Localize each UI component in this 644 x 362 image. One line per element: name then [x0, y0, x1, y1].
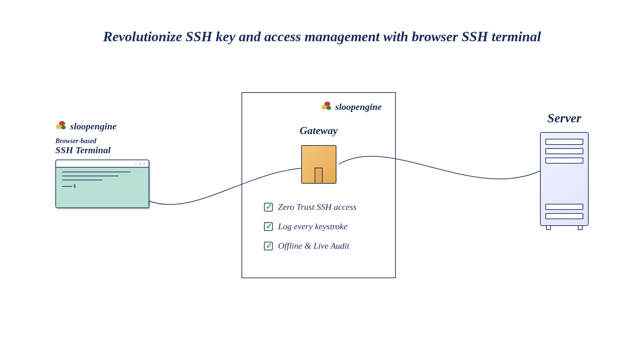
server-slot: [545, 204, 583, 210]
gateway-section: sloopengine Gateway ✓ Zero Trust SSH acc…: [241, 92, 396, 278]
brand-text-center: sloopengine: [335, 102, 382, 112]
terminal-output-line: [62, 172, 130, 172]
feature-text: Offline & Live Audit: [278, 241, 350, 251]
server-label: Server: [540, 111, 589, 125]
svg-point-4: [321, 105, 327, 110]
terminal-window: − □ × $: [55, 160, 149, 208]
feature-log-keystroke: ✓ Log every keystroke: [264, 222, 382, 232]
terminal-titlebar: − □ ×: [56, 160, 149, 168]
terminal-body: $: [56, 168, 149, 207]
server-icon: [540, 132, 589, 226]
browser-based-label: Browser-based: [55, 137, 149, 145]
server-slot: [545, 148, 583, 154]
svg-point-1: [56, 124, 61, 129]
checkbox-icon: ✓: [264, 222, 273, 231]
terminal-output-line: [62, 180, 102, 180]
server-slot: [545, 158, 583, 164]
brand-text-left: sloopengine: [70, 121, 116, 132]
server-section: Server: [540, 111, 589, 230]
brand-logo-left: sloopengine: [55, 121, 149, 132]
svg-point-5: [326, 106, 331, 110]
terminal-prompt: $: [62, 184, 143, 189]
feature-zero-trust: ✓ Zero Trust SSH access: [264, 202, 382, 212]
terminal-output-line: [62, 176, 118, 176]
terminal-section: sloopengine Browser-based SSH Terminal −…: [55, 121, 149, 208]
checkbox-icon: ✓: [264, 242, 273, 250]
sloopengine-logo-icon: [55, 121, 67, 132]
page-title: Revolutionize SSH key and access managem…: [103, 28, 541, 45]
feature-text: Zero Trust SSH access: [278, 202, 357, 212]
feature-text: Log every keystroke: [278, 222, 347, 232]
feature-audit: ✓ Offline & Live Audit: [264, 241, 382, 251]
checkbox-icon: ✓: [264, 203, 273, 212]
features-list: ✓ Zero Trust SSH access ✓ Log every keys…: [256, 202, 382, 251]
sloopengine-logo-icon: [321, 101, 332, 113]
server-slot: [545, 139, 583, 145]
gateway-icon: [301, 145, 336, 184]
server-slot: [545, 213, 583, 219]
server-feet: [540, 226, 589, 230]
terminal-labels: Browser-based SSH Terminal: [55, 137, 149, 156]
brand-logo-center: sloopengine: [256, 101, 382, 113]
ssh-terminal-label: SSH Terminal: [55, 145, 149, 156]
svg-point-2: [61, 125, 66, 129]
gateway-title: Gateway: [256, 124, 382, 137]
